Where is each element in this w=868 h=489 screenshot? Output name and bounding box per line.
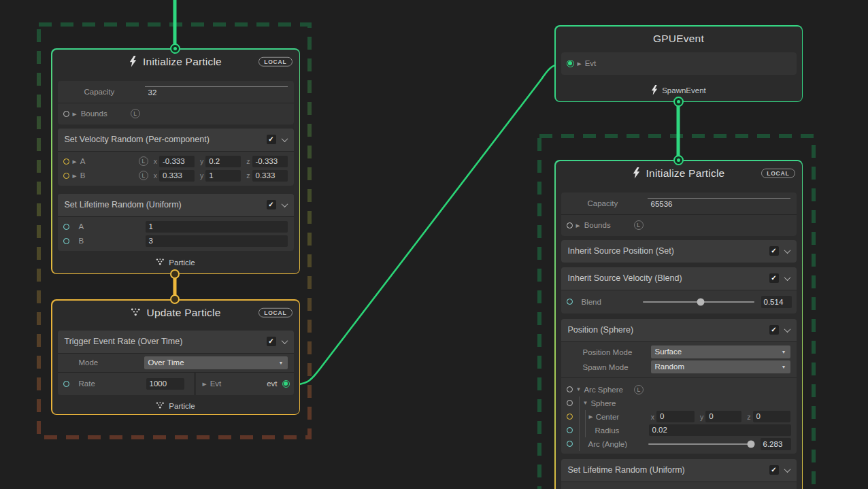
float-port[interactable] [63,238,69,244]
float-port[interactable] [63,381,69,387]
capacity-field[interactable]: 65536 [648,198,790,208]
x-field[interactable]: 0 [656,411,695,422]
node-header[interactable]: GPUEvent [556,27,802,51]
center-label: Center [596,413,620,421]
trigger-event-rate-block[interactable]: Trigger Event Rate (Over Time) ✓ Mode Ov… [58,331,294,395]
inherit-source-velocity-block[interactable]: Inherit Source Velocity (Blend) ✓ Blend … [561,267,797,314]
bounds-port[interactable] [567,222,573,229]
spawn-input-port-right[interactable] [673,155,684,165]
local-space-icon[interactable]: L [139,156,148,166]
checkbox-checked-icon[interactable]: ✓ [267,135,276,144]
block-header[interactable]: Position (Sphere) ✓ [561,319,797,341]
spawnevent-label: SpawnEvent [662,86,706,95]
chevron-down-icon[interactable] [281,201,288,207]
z-field[interactable]: -0.333 [252,156,288,167]
capacity-field[interactable]: 32 [145,86,288,97]
z-field[interactable]: 0 [753,411,790,422]
expander-right-icon[interactable]: ▶ [73,173,77,178]
checkbox-checked-icon[interactable]: ✓ [769,246,779,256]
update-particle-context[interactable]: Update Particle LOCAL Trigger Event Rate… [51,299,300,415]
axis-z-label: z [246,157,250,165]
chevron-down-icon[interactable] [784,326,790,333]
axis-y-label: y [700,413,703,421]
float-port[interactable] [567,441,573,447]
float-port[interactable] [63,224,69,230]
x-field[interactable]: 0.333 [159,170,195,182]
expander-right-icon[interactable]: ▶ [589,414,593,419]
expander-right-icon[interactable]: ▶ [73,111,77,116]
arcsphere-port[interactable] [567,386,573,392]
bounds-port[interactable] [63,111,69,117]
y-field[interactable]: 0 [705,411,741,422]
initialize-particle-context-right[interactable]: Initialize Particle LOCAL Capacity 65536… [554,160,803,489]
value-field[interactable]: 1 [146,221,288,233]
vfx-graph-canvas[interactable]: Initialize Particle LOCAL Capacity 32 ▶ … [0,0,868,489]
vector-port[interactable] [567,414,573,420]
y-field[interactable]: 0.2 [205,156,241,167]
expander-right-icon[interactable]: ▶ [73,158,77,164]
position-mode-row: Position Mode Surface [561,345,797,360]
block-header[interactable]: Trigger Event Rate (Over Time) ✓ [58,331,294,353]
set-velocity-random-block[interactable]: Set Velocity Random (Per-component) ✓ ▶ … [58,129,294,186]
slider-knob[interactable] [748,440,755,448]
expander-right-icon[interactable]: ▶ [576,222,580,228]
bounds-row: ▶ Bounds L [58,103,294,124]
chevron-down-icon[interactable] [784,247,790,254]
node-title-text: Initialize Particle [646,167,725,180]
y-field[interactable]: 1 [205,170,241,182]
evt-output-port[interactable] [282,380,290,388]
x-field[interactable]: -0.333 [159,156,195,167]
chevron-down-icon[interactable] [281,135,288,142]
expander-down-icon[interactable]: ▼ [576,386,582,392]
value-field[interactable]: 3 [146,235,288,247]
float-port[interactable] [567,427,573,433]
z-field[interactable]: 0.333 [252,170,288,182]
checkbox-checked-icon[interactable]: ✓ [267,200,276,209]
checkbox-checked-icon[interactable]: ✓ [769,273,779,283]
evt-input-port[interactable] [567,60,574,67]
float-port[interactable] [567,299,573,305]
block-header[interactable]: Set Lifetime Random (Uniform) ✓ [58,194,294,216]
spawn-input-port[interactable] [170,44,180,54]
block-header[interactable]: Inherit Source Velocity (Blend) ✓ [561,267,797,290]
lifetime-a-row: A 1 [58,220,294,234]
inherit-source-position-block[interactable]: Inherit Source Position (Set) ✓ [561,240,797,263]
block-header[interactable]: Set Velocity Random (Per-component) ✓ [58,129,294,151]
set-lifetime-random-block[interactable]: Set Lifetime Random (Uniform) ✓ A 1 B 3 [58,194,294,251]
chevron-down-icon[interactable] [281,337,288,344]
mode-dropdown[interactable]: Over Time [144,356,288,369]
expander-down-icon[interactable]: ▼ [583,400,588,406]
blend-field[interactable]: 0.514 [761,296,792,308]
slider-knob[interactable] [697,298,704,305]
arc-angle-field[interactable]: 6.283 [761,438,791,450]
checkbox-checked-icon[interactable]: ✓ [267,337,276,346]
chevron-down-icon[interactable] [784,274,790,281]
rate-field[interactable]: 1000 [146,378,184,390]
gpuevent-output-port[interactable] [673,97,684,107]
evt-to-gpuevent-edge[interactable] [288,63,569,385]
local-space-icon[interactable]: L [634,220,644,230]
block-header[interactable]: Inherit Source Position (Set) ✓ [561,240,797,263]
checkbox-checked-icon[interactable]: ✓ [769,325,779,335]
chevron-down-icon[interactable] [784,466,790,473]
sphere-port[interactable] [567,400,573,406]
position-mode-dropdown[interactable]: Surface [651,345,790,358]
vector-port[interactable] [63,173,69,179]
radius-field[interactable]: 0.02 [649,424,791,436]
particle-input-port[interactable] [170,294,180,304]
indent-guide [585,424,586,437]
local-space-icon[interactable]: L [131,109,140,118]
gpuevent-context[interactable]: GPUEvent ▶ Evt SpawnEvent [554,25,803,102]
vector-port[interactable] [63,158,69,165]
initialize-particle-context-left[interactable]: Initialize Particle LOCAL Capacity 32 ▶ … [51,48,300,274]
arc-angle-slider[interactable] [648,443,754,445]
local-space-icon[interactable]: L [139,171,148,180]
particle-output-port[interactable] [170,269,180,279]
spawn-mode-dropdown[interactable]: Random [651,360,790,373]
checkbox-checked-icon[interactable]: ✓ [769,465,779,475]
set-lifetime-random-block[interactable]: Set Lifetime Random (Uniform) ✓ [561,459,797,489]
position-sphere-block[interactable]: Position (Sphere) ✓ Position Mode Surfac… [561,319,797,454]
local-space-icon[interactable]: L [634,385,644,394]
block-header[interactable]: Set Lifetime Random (Uniform) ✓ [561,459,797,482]
blend-slider[interactable] [643,301,754,303]
